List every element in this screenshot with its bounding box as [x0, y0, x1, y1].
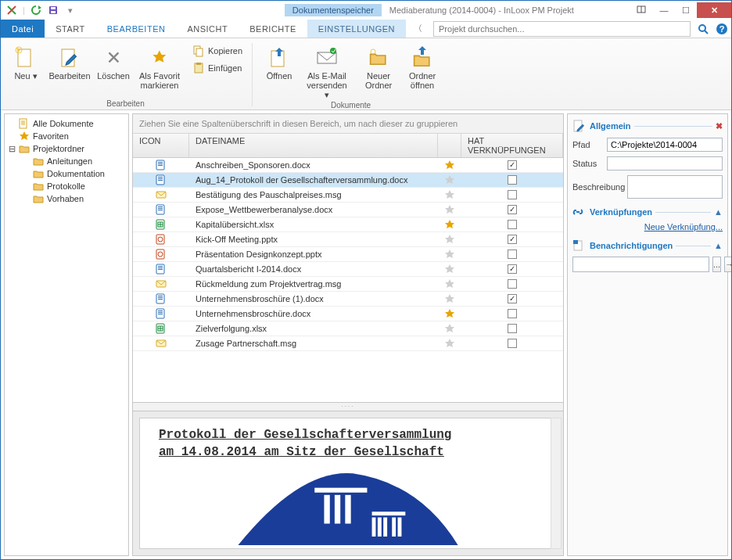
favorite-star-icon[interactable]	[444, 278, 455, 289]
tree-folder-item[interactable]: Dokumentation	[6, 167, 127, 180]
section-close-icon[interactable]: ✖	[716, 121, 723, 131]
has-link-checkbox[interactable]	[508, 324, 517, 333]
ribbon-edit-button[interactable]: Bearbeiten	[48, 40, 92, 81]
qat-dropdown-icon[interactable]: ▾	[64, 4, 77, 16]
table-row[interactable]: Bestätigung des Pauschalpreises.msg	[133, 188, 563, 203]
section-collapse-icon[interactable]: ▲	[714, 207, 723, 217]
ribbon-tabs: Datei STARTBEARBEITENANSICHTBERICHTE EIN…	[1, 20, 731, 38]
tab-bearbeiten[interactable]: BEARBEITEN	[96, 20, 177, 38]
favorite-star-icon[interactable]	[444, 338, 455, 349]
table-row[interactable]: Kapitalübersicht.xlsx	[133, 217, 563, 232]
tab-ansicht[interactable]: ANSICHT	[176, 20, 239, 38]
favorite-star-icon[interactable]	[444, 189, 455, 200]
favorite-star-icon[interactable]	[444, 219, 455, 230]
svg-rect-43	[324, 495, 329, 524]
save-icon[interactable]	[47, 4, 59, 16]
table-row[interactable]: Anschreiben_Sponsoren.docx	[133, 158, 563, 173]
favorite-star-icon[interactable]	[444, 160, 455, 171]
description-field[interactable]	[627, 175, 723, 199]
favorite-star-icon[interactable]	[444, 174, 455, 185]
sync-cross-icon[interactable]	[5, 4, 18, 16]
doc-edit-icon	[572, 119, 587, 133]
col-favorite[interactable]	[438, 134, 461, 157]
has-link-checkbox[interactable]	[508, 235, 517, 244]
has-link-checkbox[interactable]	[508, 175, 517, 185]
table-row[interactable]: Unternehmensbroschüre.docx	[133, 307, 563, 321]
status-field[interactable]	[607, 156, 723, 171]
pin-window-icon[interactable]	[636, 4, 648, 16]
svg-rect-23	[51, 11, 56, 13]
notification-field[interactable]	[572, 257, 709, 272]
has-link-checkbox[interactable]	[508, 339, 517, 348]
refresh-icon[interactable]	[30, 4, 42, 16]
table-row[interactable]: Quartalsbericht I-2014.docx	[133, 262, 563, 277]
collapse-ribbon-icon[interactable]: 〈	[406, 20, 430, 38]
document-preview: Protokoll der Gesellschafterversammlung …	[139, 418, 557, 549]
help-button[interactable]: ?	[712, 20, 731, 38]
tree-folder-item[interactable]: Protokolle	[6, 180, 127, 192]
ribbon-copy-button[interactable]: Kopieren	[189, 43, 246, 59]
table-row[interactable]: Präsentation Designkonzept.pptx	[133, 247, 563, 262]
favorite-star-icon[interactable]	[444, 234, 455, 245]
table-row[interactable]: Rückmeldung zum Projektvertrag.msg	[133, 277, 563, 292]
tree-project-folder[interactable]: ⊟Projektordner	[6, 142, 127, 155]
ribbon-favorite-button[interactable]: Als Favorit markieren	[135, 40, 184, 90]
ribbon-delete-button[interactable]: Löschen	[92, 40, 135, 81]
table-row[interactable]: Zusage Partnerschaft.msg	[133, 336, 563, 351]
ribbon-new-folder-button[interactable]: Neuer Ordner	[357, 40, 400, 90]
tree-favorites[interactable]: Favoriten	[6, 130, 127, 142]
favorite-star-icon[interactable]	[444, 249, 455, 260]
ribbon-email-button[interactable]: Als E-Mail versenden ▾	[301, 40, 353, 99]
search-button[interactable]	[694, 20, 712, 38]
ribbon-paste-button[interactable]: Einfügen	[189, 60, 246, 76]
favorite-star-icon[interactable]	[444, 308, 455, 319]
tab-settings[interactable]: EINSTELLUNGEN	[307, 20, 406, 38]
minimize-button[interactable]: —	[653, 2, 675, 18]
ribbon-open-button[interactable]: Öffnen	[257, 40, 301, 81]
tree-pane: Alle Dokumente Favoriten ⊟Projektordner …	[4, 113, 129, 556]
col-has-links[interactable]: HAT VERKNÜPFUNGEN	[461, 134, 563, 157]
search-input[interactable]	[433, 21, 691, 37]
splitter[interactable]: ····	[132, 403, 564, 411]
ribbon-new-button[interactable]: Neu ▾	[4, 40, 48, 81]
table-row[interactable]: Kick-Off Meeting.pptx	[133, 232, 563, 247]
has-link-checkbox[interactable]	[508, 279, 517, 289]
section-collapse-icon-2[interactable]: ▲	[714, 241, 723, 250]
tree-folder-item[interactable]: Vorhaben	[6, 192, 127, 205]
tab-start[interactable]: START	[45, 20, 96, 38]
preview-scrollbar[interactable]	[551, 418, 562, 549]
ribbon-open-folder-button[interactable]: Ordner öffnen	[400, 40, 444, 90]
table-row[interactable]: Zielverfolgung.xlsx	[133, 321, 563, 336]
tree-folder-item[interactable]: Anleitungen	[6, 155, 127, 167]
favorite-star-icon[interactable]	[444, 293, 455, 304]
table-row[interactable]: Expose_Wettbewerberanalyse.docx	[133, 203, 563, 217]
favorite-star-icon[interactable]	[444, 323, 455, 334]
ribbon-group-documents-label: Dokumente	[257, 99, 444, 111]
table-row[interactable]: Aug_14_Protokoll der Gesellschafterversa…	[133, 173, 563, 188]
tab-berichte[interactable]: BERICHTE	[239, 20, 307, 38]
col-icon[interactable]: ICON	[133, 134, 189, 157]
close-button[interactable]: ✕	[697, 2, 731, 18]
path-field[interactable]	[607, 138, 723, 152]
context-tab-label: Dokumentenspeicher	[285, 4, 382, 16]
has-link-checkbox[interactable]	[508, 294, 517, 303]
col-filename[interactable]: DATEINAME	[189, 134, 438, 157]
tree-all-documents[interactable]: Alle Dokumente	[6, 117, 127, 130]
has-link-checkbox[interactable]	[508, 249, 517, 259]
file-type-icon	[156, 204, 167, 215]
has-link-checkbox[interactable]	[508, 309, 517, 318]
new-link-action[interactable]: Neue Verknüpfung...	[572, 222, 723, 232]
has-link-checkbox[interactable]	[508, 264, 517, 274]
has-link-checkbox[interactable]	[508, 190, 517, 199]
has-link-checkbox[interactable]	[508, 160, 517, 170]
tab-file[interactable]: Datei	[1, 20, 45, 38]
has-link-checkbox[interactable]	[508, 220, 517, 229]
has-link-checkbox[interactable]	[508, 205, 517, 214]
table-row[interactable]: Unternehmensbroschüre (1).docx	[133, 292, 563, 307]
browse-button[interactable]: ...	[712, 257, 721, 272]
document-grid: Ziehen Sie eine Spaltenüberschrift in di…	[132, 113, 564, 403]
maximize-button[interactable]: ☐	[675, 2, 697, 18]
favorite-star-icon[interactable]	[444, 264, 455, 275]
favorite-star-icon[interactable]	[444, 204, 455, 215]
go-button[interactable]: →	[724, 257, 732, 272]
